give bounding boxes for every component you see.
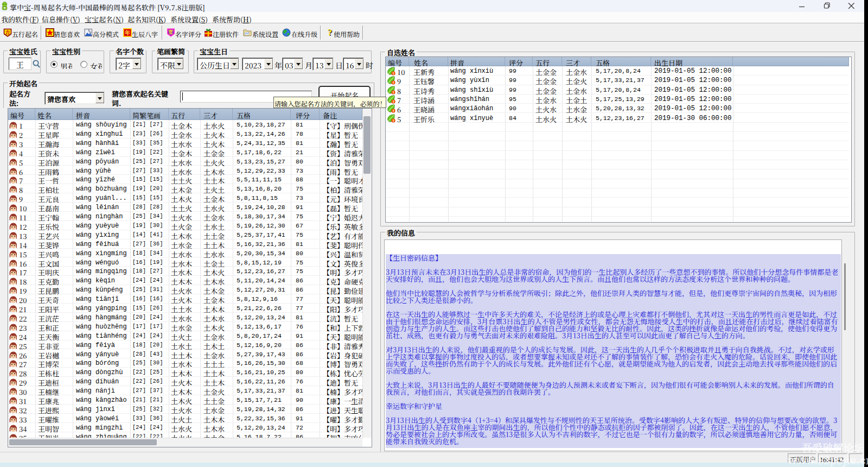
svg-text:?: ? xyxy=(328,28,332,37)
svg-text:年: 年 xyxy=(125,28,130,36)
svg-text:吉: 吉 xyxy=(5,29,10,36)
svg-text:官: 官 xyxy=(169,28,174,35)
